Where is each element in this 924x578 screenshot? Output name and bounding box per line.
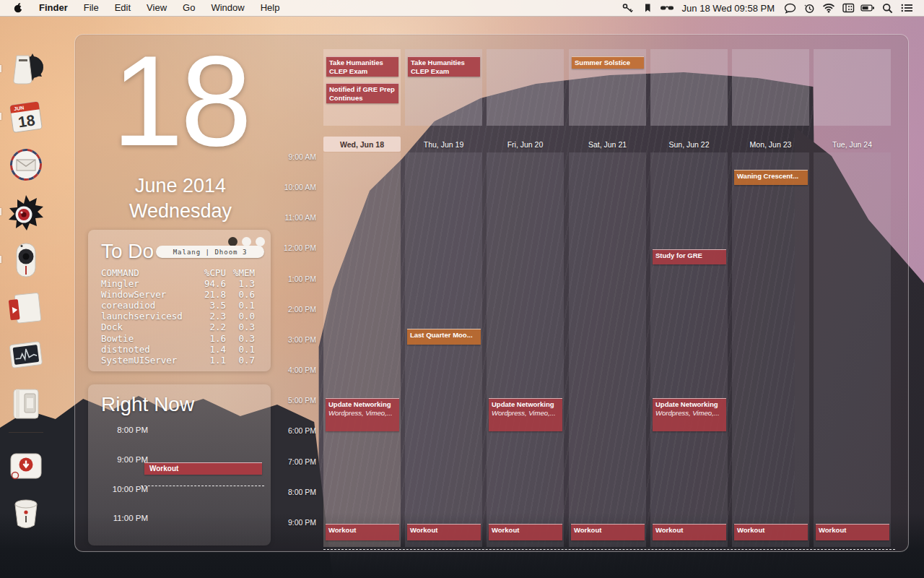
dock-icon-download-box[interactable] [4,444,48,488]
calendar-hour-label: 3:00 PM [266,335,316,344]
day-header-5[interactable]: Sun, Jun 22 [650,137,728,152]
process-cpu: 2.2 [193,322,226,332]
notification-list-icon[interactable] [899,1,914,14]
glasses-icon[interactable] [660,1,674,14]
calendar-hour-label: 2:00 PM [266,305,316,314]
chat-bubble-icon[interactable] [783,1,797,14]
process-mem: 0.3 [226,333,255,344]
current-time-line [323,549,895,550]
process-cpu: 94.6 [193,278,226,289]
day-header-2[interactable]: Thu, Jun 19 [405,137,482,152]
day-column-2 [405,152,482,547]
search-icon[interactable] [880,1,894,14]
menu-item-window[interactable]: Window [203,0,252,16]
day-column-3 [487,152,564,547]
battery-icon[interactable] [860,1,875,14]
calendar-event[interactable]: Last Quarter Moo... [407,329,481,345]
wifi-icon[interactable] [821,1,836,14]
process-command: Mingler [101,278,193,289]
dock-icon-pod[interactable] [4,492,48,535]
calendar-event[interactable]: Update NetworkingWordpress, Vimeo,... [653,398,726,431]
process-row: Mingler94.61.3 [101,278,255,289]
day-header-6[interactable]: Mon, Jun 23 [732,137,809,152]
menu-bar: FinderFileEditViewGoWindowHelp Jun 18 We… [0,0,924,17]
desktop: FinderFileEditViewGoWindowHelp Jun 18 We… [0,0,924,578]
process-mem: 0.3 [226,322,255,332]
process-command: launchservicesd [101,311,193,322]
dock-icon-binder[interactable] [4,381,48,425]
apple-menu[interactable] [0,2,31,14]
process-table-header: COMMAND %CPU %MEM [101,267,255,278]
dock-icon-airmail[interactable] [4,143,48,186]
running-indicator [0,113,1,120]
calendar-hour-label: 9:00 PM [266,518,316,527]
process-row: SystemUIServer1.10.7 [101,355,255,366]
calendar-event[interactable]: Workout [326,524,399,540]
todo-title: To Do [101,240,154,263]
calendar-hour-label: 4:00 PM [266,366,316,374]
menu-item-help[interactable]: Help [253,0,288,16]
process-row: WindowServer21.80.6 [101,289,255,300]
calendar-event[interactable]: Update NetworkingWordpress, Vimeo,... [489,398,562,431]
bookmark-icon[interactable] [640,1,655,14]
keypad-icon[interactable] [841,1,855,14]
menu-item-view[interactable]: View [139,0,175,16]
calendar-event[interactable]: Workout [407,524,481,540]
col-command: COMMAND [101,267,193,278]
process-command: WindowServer [101,289,193,300]
allday-event[interactable]: Notified if GRE Prep Continues [326,83,398,103]
menu-item-go[interactable]: Go [175,0,203,16]
date-day-number: 18 [79,29,282,173]
day-header-3[interactable]: Fri, Jun 20 [487,137,564,152]
process-row: Bowtie1.60.3 [101,333,255,344]
right-now-hour-label: 11:00 PM [97,514,148,522]
col-cpu: %CPU [193,267,226,278]
running-indicator [0,256,1,263]
dock-icon-activity-monitor[interactable] [4,334,48,377]
day-column-7 [814,152,891,547]
calendar-event[interactable]: Workout [489,524,562,540]
day-header-1[interactable]: Wed, Jun 18 [323,137,401,152]
calendar-event[interactable]: Workout [734,524,808,540]
dock-icon-fan-device[interactable] [4,48,48,91]
process-command: SystemUIServer [101,355,193,366]
allday-event[interactable]: Take Humanities CLEP Exam [326,56,398,77]
process-mem: 0.1 [226,300,255,311]
menubar-clock[interactable]: Jun 18 Wed 09:58 PM [679,3,777,14]
calendar-event[interactable]: Waning Crescent... [734,170,808,185]
process-command: coreaudiod [101,300,193,311]
running-indicator [0,208,1,215]
calendar-hour-label: 6:00 PM [266,426,316,435]
menu-item-edit[interactable]: Edit [107,0,139,16]
calendar-event[interactable]: Update NetworkingWordpress, Vimeo,... [326,398,399,431]
apple-icon [13,2,24,14]
dock-icon-lens-ball[interactable] [4,191,48,234]
menu-item-file[interactable]: File [76,0,107,16]
dock-icon-flap-box[interactable] [4,286,48,329]
current-time-line [141,486,264,486]
calendar-event[interactable]: Workout [571,524,645,540]
dock-icon-calendar[interactable]: JUN18 [4,95,48,139]
menu-item-finder[interactable]: Finder [31,0,76,16]
right-now-event-workout[interactable]: Workout [144,462,262,475]
right-now-hour-label: 9:00 PM [97,455,148,464]
process-cpu: 2.3 [193,311,226,322]
now-playing-pill: Malang | Dhoom 3 [156,246,264,258]
day-header-4[interactable]: Sat, Jun 21 [569,137,646,152]
day-column-5 [650,152,728,547]
allday-event[interactable]: Summer Solstice [572,56,644,69]
time-machine-icon[interactable] [802,1,816,14]
allday-event[interactable]: Take Humanities CLEP Exam [408,56,480,77]
calendar-event[interactable]: Study for GRE [653,249,726,264]
dock-divider [9,432,43,433]
calendar-event[interactable]: Workout [653,524,726,540]
calendar-event[interactable]: Workout [816,524,889,540]
allday-area-3 [487,49,564,126]
process-row: distnoted1.40.1 [101,344,255,355]
dock-icon-speaker-cam[interactable] [4,238,48,282]
day-header-7[interactable]: Tue, Jun 24 [814,137,891,152]
right-now-title: Right Now [101,393,194,416]
allday-area-7 [814,49,891,126]
date-widget: 18 June 2014 Wednesday [79,29,282,224]
key-icon[interactable] [621,1,635,14]
